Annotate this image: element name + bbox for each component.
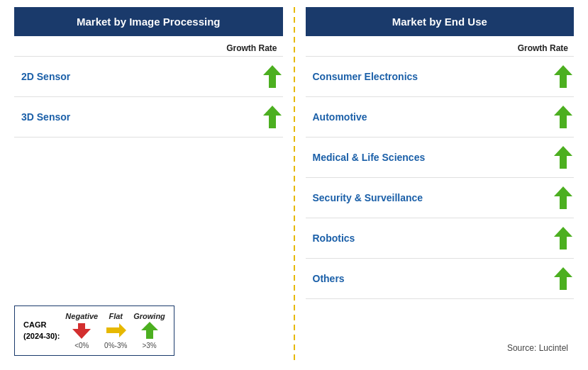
row-others: Others <box>306 259 575 299</box>
legend-box: CAGR (2024-30): Negative <0% Flat <box>14 305 174 356</box>
svg-marker-2 <box>72 323 91 339</box>
svg-marker-10 <box>554 267 572 290</box>
legend-negative-label: Negative <box>65 312 98 320</box>
label-others: Others <box>313 273 345 284</box>
left-panel-header: Market by Image Processing <box>14 7 283 36</box>
divider <box>294 7 295 363</box>
svg-marker-9 <box>554 227 572 250</box>
row-2d-sensor: 2D Sensor <box>14 56 283 97</box>
row-robotics: Robotics <box>306 218 575 259</box>
label-2d-sensor: 2D Sensor <box>21 71 70 82</box>
label-consumer-electronics: Consumer Electronics <box>313 71 418 82</box>
right-panel: Market by End Use Growth Rate Consumer E… <box>299 7 582 363</box>
right-growth-rate-label: Growth Rate <box>306 43 575 53</box>
legend-growing: Growing >3% <box>133 312 165 349</box>
arrow-2d-sensor <box>262 64 283 89</box>
right-panel-header: Market by End Use <box>306 7 575 36</box>
row-automotive: Automotive <box>306 97 575 138</box>
legend-growing-label: Growing <box>133 312 165 320</box>
label-automotive: Automotive <box>313 111 367 123</box>
legend-flat-label: Flat <box>109 312 123 320</box>
source-label: Source: Lucintel <box>507 343 568 353</box>
svg-marker-1 <box>263 106 282 128</box>
legend-flat: Flat 0%-3% <box>104 312 128 349</box>
dashed-line <box>294 7 295 363</box>
arrow-consumer-electronics <box>553 64 574 89</box>
arrow-medical <box>553 145 574 170</box>
label-security: Security & Surveillance <box>313 192 423 203</box>
red-down-arrow-icon <box>72 320 91 342</box>
legend-negative-range: <0% <box>74 342 89 349</box>
legend-flat-range: 0%-3% <box>104 342 127 349</box>
left-panel: Market by Image Processing Growth Rate 2… <box>7 7 290 363</box>
left-panel-title: Market by Image Processing <box>77 16 221 28</box>
row-security: Security & Surveillance <box>306 178 575 218</box>
label-robotics: Robotics <box>313 232 355 244</box>
svg-marker-4 <box>141 322 158 339</box>
svg-marker-7 <box>554 146 572 169</box>
label-medical: Medical & Life Sciences <box>313 152 426 163</box>
yellow-right-arrow-icon <box>104 320 128 342</box>
arrow-others <box>553 266 574 291</box>
row-3d-sensor: 3D Sensor <box>14 97 283 138</box>
svg-marker-5 <box>554 65 572 88</box>
left-growth-rate-label: Growth Rate <box>14 43 283 53</box>
row-medical: Medical & Life Sciences <box>306 138 575 178</box>
main-container: Market by Image Processing Growth Rate 2… <box>0 0 588 370</box>
legend-growing-range: >3% <box>142 342 156 349</box>
arrow-robotics <box>553 225 574 251</box>
svg-marker-3 <box>106 323 126 337</box>
arrow-3d-sensor <box>262 104 283 130</box>
legend-cagr: CAGR (2024-30): <box>23 320 60 342</box>
legend-negative: Negative <0% <box>65 312 98 349</box>
green-up-arrow-sm-icon <box>140 320 160 342</box>
svg-marker-8 <box>554 186 572 209</box>
right-rows: Consumer Electronics Automotive Medical … <box>306 56 575 363</box>
label-3d-sensor: 3D Sensor <box>21 111 70 123</box>
right-panel-title: Market by End Use <box>392 16 487 28</box>
arrow-security <box>553 185 574 211</box>
svg-marker-6 <box>554 106 572 128</box>
row-consumer-electronics: Consumer Electronics <box>306 56 575 97</box>
arrow-automotive <box>553 104 574 130</box>
svg-marker-0 <box>263 65 282 88</box>
